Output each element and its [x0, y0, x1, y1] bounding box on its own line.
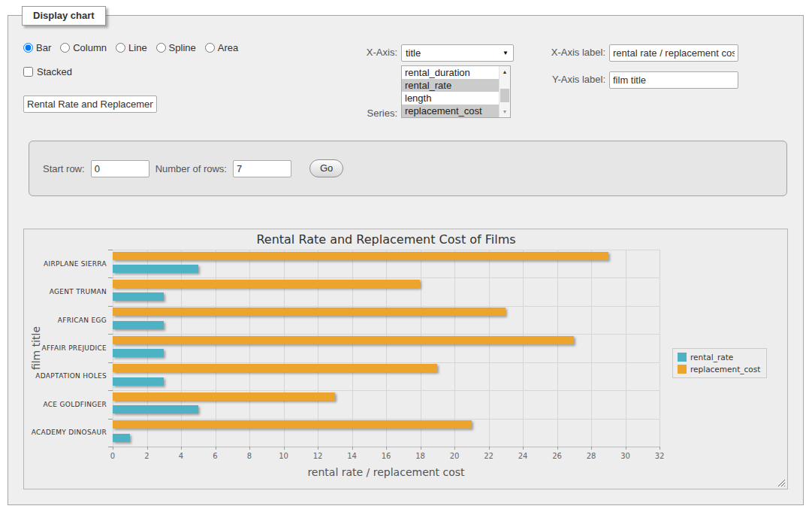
y-axis-label-label: Y-Axis label:: [530, 74, 605, 85]
gridline: [557, 250, 558, 447]
bar-replacement_cost[interactable]: [113, 392, 335, 401]
chart-type-option-column[interactable]: Column: [60, 42, 107, 53]
legend-swatch: [678, 365, 687, 374]
bar-rental_rate[interactable]: [113, 265, 198, 273]
x-axis-tick: [284, 447, 285, 450]
x-tick-label: 2: [136, 452, 158, 460]
gridline: [113, 334, 660, 335]
gridline: [591, 250, 592, 447]
chart-title-input[interactable]: [23, 95, 157, 113]
y-axis-tick: [108, 419, 113, 420]
gridline: [454, 250, 455, 447]
bar-replacement_cost[interactable]: [113, 336, 574, 344]
series-option-replacement_cost[interactable]: replacement_cost: [402, 105, 499, 117]
series-option-rental_duration[interactable]: rental_duration: [402, 66, 499, 79]
x-axis-tick: [557, 447, 558, 450]
x-axis-tick: [523, 447, 524, 450]
bar-replacement_cost[interactable]: [113, 252, 608, 260]
x-axis-tick: [352, 447, 353, 450]
x-axis-title: rental rate / replacement cost: [113, 466, 660, 478]
y-axis-tick: [108, 390, 113, 391]
chart-type-option-area[interactable]: Area: [205, 42, 238, 53]
x-tick-label: 10: [273, 452, 295, 460]
y-axis-tick: [108, 334, 113, 335]
bar-replacement_cost[interactable]: [113, 364, 437, 372]
x-axis-tick: [421, 447, 421, 450]
category-label: ACADEMY DINOSAUR: [24, 419, 107, 447]
bar-rental_rate[interactable]: [113, 349, 164, 357]
bar-replacement_cost[interactable]: [113, 420, 472, 429]
category-label: AFFAIR PREJUDICE: [24, 334, 107, 362]
x-axis-tick: [660, 447, 660, 450]
y-axis-tick: [108, 277, 113, 278]
resize-handle-icon[interactable]: [777, 478, 785, 486]
chart-type-radio-line[interactable]: [116, 43, 125, 53]
legend-item-rental_rate[interactable]: rental_rate: [678, 353, 760, 362]
x-axis-label-input[interactable]: [609, 44, 738, 62]
x-tick-label: 22: [478, 452, 500, 460]
chart-type-option-bar[interactable]: Bar: [23, 42, 51, 53]
chart-type-radio-spline[interactable]: [156, 43, 166, 53]
x-tick-label: 4: [170, 452, 192, 460]
bar-rental_rate[interactable]: [113, 405, 198, 414]
category-label: ACE GOLDFINGER: [24, 390, 107, 418]
stacked-option[interactable]: Stacked: [23, 66, 72, 77]
stacked-checkbox[interactable]: [23, 67, 33, 77]
x-axis-tick: [626, 447, 626, 450]
gridline: [626, 250, 626, 447]
series-listbox[interactable]: rental_durationrental_ratelengthreplacem…: [401, 65, 511, 118]
gridline: [421, 250, 421, 447]
chevron-down-icon: ▼: [503, 50, 509, 56]
gridline: [523, 250, 524, 447]
gridline: [113, 306, 660, 307]
chart-type-radio-area[interactable]: [205, 43, 215, 53]
series-option-rental_rate[interactable]: rental_rate: [402, 79, 499, 92]
bar-rental_rate[interactable]: [113, 292, 164, 301]
series-option-length[interactable]: length: [402, 92, 499, 105]
chart-type-radio-bar[interactable]: [23, 43, 33, 53]
legend-swatch: [678, 353, 687, 362]
bar-rental_rate[interactable]: [113, 321, 164, 329]
gridline: [113, 362, 660, 363]
series-label: Series:: [339, 108, 397, 119]
start-row-input[interactable]: [91, 160, 149, 177]
gridline: [113, 277, 660, 278]
y-axis-tick: [108, 362, 113, 363]
x-axis-select-label: X-Axis:: [339, 47, 397, 58]
y-axis-tick: [108, 306, 113, 307]
x-axis-tick: [249, 447, 250, 450]
x-axis-tick: [386, 447, 387, 450]
category-label: AGENT TRUMAN: [24, 277, 107, 305]
x-axis-tick: [181, 447, 182, 450]
bar-replacement_cost[interactable]: [113, 280, 420, 288]
rows-panel: Start row: Number of rows: Go: [29, 141, 787, 196]
go-button[interactable]: Go: [309, 159, 343, 177]
x-axis-selected-value: title: [406, 47, 421, 59]
series-scrollbar[interactable]: ▲ ▼: [499, 66, 510, 117]
series-listbox-options: rental_durationrental_ratelengthreplacem…: [402, 66, 499, 117]
chart-type-option-spline[interactable]: Spline: [156, 42, 196, 53]
y-axis-label-input[interactable]: [609, 71, 738, 89]
x-axis-tick: [113, 447, 113, 450]
x-axis-tick: [147, 447, 148, 450]
number-of-rows-input[interactable]: [233, 160, 291, 177]
x-tick-label: 16: [375, 452, 397, 460]
number-of-rows-label: Number of rows:: [155, 163, 227, 174]
x-tick-label: 6: [204, 452, 227, 460]
chart-type-radio-column[interactable]: [60, 43, 70, 53]
bar-rental_rate[interactable]: [113, 377, 164, 386]
chart-type-option-line[interactable]: Line: [116, 42, 147, 53]
scroll-down-icon[interactable]: ▼: [500, 106, 510, 117]
bar-rental_rate[interactable]: [113, 434, 130, 442]
x-axis-select[interactable]: title ▼: [401, 44, 514, 62]
legend-item-replacement_cost[interactable]: replacement_cost: [678, 365, 760, 374]
scrollbar-thumb[interactable]: [500, 89, 509, 102]
scroll-up-icon[interactable]: ▲: [500, 66, 510, 77]
x-tick-label: 24: [512, 452, 534, 460]
bar-replacement_cost[interactable]: [113, 308, 506, 316]
chart-panel: Rental Rate and Replacement Cost of Film…: [23, 229, 788, 489]
gridline: [113, 419, 660, 420]
gridline: [660, 250, 660, 447]
page: { "form": { "legend": "Display chart", "…: [0, 0, 812, 512]
fieldset-legend: Display chart: [22, 6, 106, 26]
